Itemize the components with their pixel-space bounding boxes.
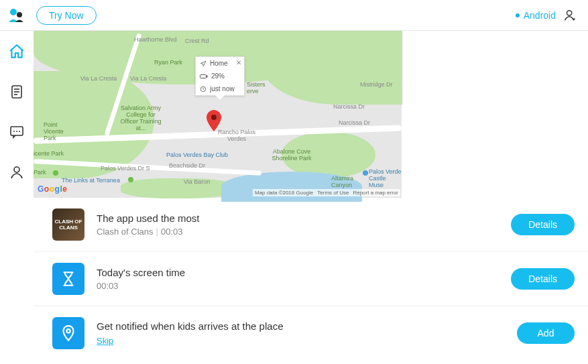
details-button[interactable]: Details [511,214,575,235]
map-terms-link[interactable]: Terms of Use [317,190,349,196]
poi-dot-icon [127,176,134,183]
svg-point-19 [211,115,217,120]
topbar-right: Android [516,8,577,23]
poi-label: Sisters erve [247,81,274,95]
poi-dot-icon [52,170,59,176]
pin-icon [60,324,77,342]
poi-label: Abalone Cove Shoreline Park [268,148,315,162]
app-thumb-text: CLASH OF CLANS [54,219,83,231]
platform-dot-icon [516,13,520,17]
skip-link[interactable]: Skip [97,336,113,346]
location-map[interactable]: Hawthorne Blvd Crest Rd Ryan Park Via La… [34,31,402,198]
callout-time-row: just now [196,82,244,95]
svg-point-1 [17,12,22,17]
card-body: The app used the most Clash of Clans|00:… [97,213,499,237]
sidebar-item-home[interactable] [8,43,25,60]
poi-label: The Links at Terranea [62,177,120,184]
page: Hawthorne Blvd Crest Rd Ryan Park Via La… [0,31,588,364]
svg-point-0 [10,9,17,15]
platform-selector[interactable]: Android [516,10,556,21]
geofence-icon-box [52,317,84,349]
logo[interactable] [7,7,27,23]
app-time: 00:03 [161,227,183,237]
battery-icon [200,74,208,79]
logo-icon [7,7,27,23]
road-label: Hawthorne Blvd [134,36,177,43]
poi-label: Palos Verdes Bay Club [166,151,228,158]
sidebar-item-reports[interactable] [8,83,25,101]
platform-label: Android [524,10,556,21]
map-footer: Map data ©2018 Google Terms of Use Repor… [253,189,400,196]
card-subtitle: 00:03 [97,281,499,291]
svg-point-9 [13,131,15,132]
poi-label: icente Park [34,150,64,157]
sidebar [0,31,34,364]
poi-label: Point Vicente Park [44,121,77,141]
map-report-link[interactable]: Report a map error [353,190,398,196]
poi-label: Park [34,169,46,176]
sidebar-item-messages[interactable] [8,123,25,141]
callout-close-icon[interactable]: ✕ [236,59,241,66]
road-label: Mistridge Dr [360,81,393,88]
sidebar-item-profile[interactable] [8,164,25,181]
card-title: The app used the most [97,213,499,224]
poi-label: Palos Verde Castle Muse [369,168,402,188]
callout-battery: 29% [211,72,225,80]
svg-point-14 [128,177,133,182]
chat-icon [9,124,25,140]
city-label: Rancho Palos Verdes [217,129,257,142]
callout-time: just now [210,85,235,93]
card-subtitle: Clash of Clans|00:03 [97,227,499,237]
svg-point-11 [19,131,20,132]
add-button[interactable]: Add [517,322,575,344]
main-content: Hawthorne Blvd Crest Rd Ryan Park Via La… [34,31,588,364]
details-button[interactable]: Details [511,268,575,290]
card-body: Today's screen time 00:03 [97,267,499,291]
callout-title: Home [210,60,228,67]
account-icon[interactable] [563,8,577,23]
topbar: Try Now Android [0,0,588,31]
road-label: Via Baron [184,178,210,185]
road-label: Narcissa Dr [333,103,365,110]
document-icon [9,84,25,100]
card-geofence: Get notified when kids arrives at the pl… [34,306,588,360]
svg-point-20 [66,329,70,332]
map-copyright: Map data ©2018 Google [255,190,313,196]
map-callout: ✕ Home 29% just now [195,56,245,96]
svg-rect-16 [200,74,207,78]
app-thumbnail: CLASH OF CLANS [52,208,84,241]
home-icon [8,43,25,60]
svg-rect-17 [207,75,208,77]
card-title: Get notified when kids arrives at the pl… [97,320,505,332]
poi-dot-icon [362,170,369,176]
location-arrow-icon [200,60,207,67]
card-most-used-app: CLASH OF CLANS The app used the most Cla… [34,198,588,252]
cards-list: CLASH OF CLANS The app used the most Cla… [34,198,588,360]
callout-tail [215,95,225,100]
poi-label: Ryan Park [154,59,182,66]
topbar-left: Try Now [7,6,97,25]
road-label: Beachside Dr [169,162,205,169]
map-pin-icon[interactable] [207,110,221,131]
card-body: Get notified when kids arrives at the pl… [97,320,505,347]
poi-label: Altamira Canyon [331,175,365,188]
screen-time-icon [52,263,84,295]
svg-point-12 [14,167,19,172]
person-icon [9,164,25,180]
callout-battery-row: 29% [196,70,244,82]
google-logo: Google [38,184,67,194]
road-label: Palos Verdes Dr S [101,165,150,172]
svg-point-15 [363,170,368,176]
svg-point-3 [573,18,575,19]
try-now-button[interactable]: Try Now [36,6,97,25]
hourglass-icon [60,270,77,288]
svg-point-13 [53,170,58,176]
road-label: Via La Cresta [130,75,166,82]
road-label: Narcissa Dr [339,119,370,126]
road-label: Via La Cresta [80,75,117,82]
app-name: Clash of Clans [97,227,154,237]
card-title: Today's screen time [97,267,499,278]
clock-icon [200,86,207,93]
road-label: Crest Rd [185,38,209,44]
poi-label: Salvation Army College for Officer Train… [117,105,164,131]
